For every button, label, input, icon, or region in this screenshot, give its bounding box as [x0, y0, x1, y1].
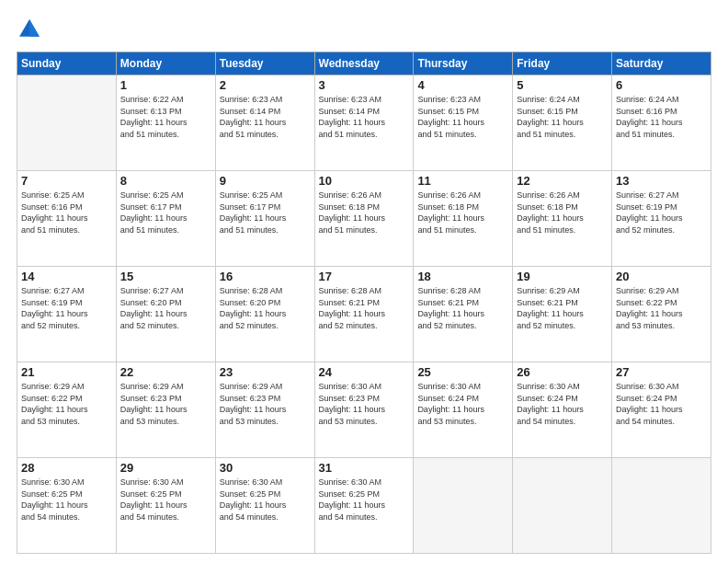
day-number: 9	[220, 174, 311, 188]
day-number: 4	[417, 78, 508, 92]
day-number: 22	[120, 365, 211, 379]
day-number: 27	[616, 365, 707, 379]
day-info: Sunrise: 6:25 AM Sunset: 6:17 PM Dayligh…	[120, 190, 211, 236]
day-number: 26	[517, 365, 608, 379]
calendar-cell: 20Sunrise: 6:29 AM Sunset: 6:22 PM Dayli…	[612, 267, 711, 362]
day-info: Sunrise: 6:29 AM Sunset: 6:23 PM Dayligh…	[120, 381, 211, 427]
calendar-cell: 31Sunrise: 6:30 AM Sunset: 6:25 PM Dayli…	[314, 458, 414, 554]
day-header-tuesday: Tuesday	[215, 52, 314, 75]
calendar-cell: 9Sunrise: 6:25 AM Sunset: 6:17 PM Daylig…	[215, 171, 314, 267]
calendar-cell: 6Sunrise: 6:24 AM Sunset: 6:16 PM Daylig…	[612, 75, 711, 171]
page: SundayMondayTuesdayWednesdayThursdayFrid…	[0, 0, 728, 563]
day-number: 1	[120, 78, 211, 92]
calendar-cell: 8Sunrise: 6:25 AM Sunset: 6:17 PM Daylig…	[116, 171, 215, 267]
calendar-cell	[17, 75, 117, 171]
calendar-cell: 1Sunrise: 6:22 AM Sunset: 6:13 PM Daylig…	[116, 75, 215, 171]
calendar-cell: 2Sunrise: 6:23 AM Sunset: 6:14 PM Daylig…	[215, 75, 314, 171]
day-number: 11	[417, 174, 508, 188]
header-row: SundayMondayTuesdayWednesdayThursdayFrid…	[17, 52, 711, 75]
day-header-monday: Monday	[116, 52, 215, 75]
day-number: 30	[220, 461, 311, 475]
day-number: 6	[616, 78, 707, 92]
day-info: Sunrise: 6:26 AM Sunset: 6:18 PM Dayligh…	[517, 190, 608, 236]
day-header-sunday: Sunday	[17, 52, 117, 75]
week-row-3: 14Sunrise: 6:27 AM Sunset: 6:19 PM Dayli…	[17, 267, 711, 362]
day-info: Sunrise: 6:28 AM Sunset: 6:21 PM Dayligh…	[417, 285, 508, 331]
day-number: 14	[21, 270, 112, 283]
calendar-cell: 30Sunrise: 6:30 AM Sunset: 6:25 PM Dayli…	[215, 458, 314, 554]
day-info: Sunrise: 6:25 AM Sunset: 6:17 PM Dayligh…	[220, 190, 311, 236]
calendar-cell: 16Sunrise: 6:28 AM Sunset: 6:20 PM Dayli…	[215, 267, 314, 362]
calendar-cell: 11Sunrise: 6:26 AM Sunset: 6:18 PM Dayli…	[414, 171, 513, 267]
day-number: 17	[319, 270, 410, 283]
calendar-cell: 19Sunrise: 6:29 AM Sunset: 6:21 PM Dayli…	[513, 267, 612, 362]
day-number: 2	[220, 78, 311, 92]
day-info: Sunrise: 6:30 AM Sunset: 6:24 PM Dayligh…	[417, 381, 508, 427]
week-row-4: 21Sunrise: 6:29 AM Sunset: 6:22 PM Dayli…	[17, 362, 711, 458]
header	[17, 17, 711, 42]
day-number: 8	[120, 174, 211, 188]
day-header-friday: Friday	[513, 52, 612, 75]
calendar-cell: 21Sunrise: 6:29 AM Sunset: 6:22 PM Dayli…	[17, 362, 117, 458]
logo-icon	[17, 17, 42, 42]
calendar-cell: 12Sunrise: 6:26 AM Sunset: 6:18 PM Dayli…	[513, 171, 612, 267]
calendar-cell: 27Sunrise: 6:30 AM Sunset: 6:24 PM Dayli…	[612, 362, 711, 458]
day-info: Sunrise: 6:22 AM Sunset: 6:13 PM Dayligh…	[120, 94, 211, 140]
day-info: Sunrise: 6:27 AM Sunset: 6:20 PM Dayligh…	[120, 285, 211, 331]
day-info: Sunrise: 6:30 AM Sunset: 6:25 PM Dayligh…	[120, 477, 211, 523]
day-number: 25	[417, 365, 508, 379]
calendar-cell: 7Sunrise: 6:25 AM Sunset: 6:16 PM Daylig…	[17, 171, 117, 267]
calendar-cell: 29Sunrise: 6:30 AM Sunset: 6:25 PM Dayli…	[116, 458, 215, 554]
calendar-cell: 17Sunrise: 6:28 AM Sunset: 6:21 PM Dayli…	[314, 267, 414, 362]
day-info: Sunrise: 6:30 AM Sunset: 6:24 PM Dayligh…	[616, 381, 707, 427]
week-row-1: 1Sunrise: 6:22 AM Sunset: 6:13 PM Daylig…	[17, 75, 711, 171]
day-info: Sunrise: 6:29 AM Sunset: 6:22 PM Dayligh…	[616, 285, 707, 331]
week-row-2: 7Sunrise: 6:25 AM Sunset: 6:16 PM Daylig…	[17, 171, 711, 267]
day-header-saturday: Saturday	[612, 52, 711, 75]
day-info: Sunrise: 6:23 AM Sunset: 6:14 PM Dayligh…	[319, 94, 410, 140]
day-info: Sunrise: 6:27 AM Sunset: 6:19 PM Dayligh…	[21, 285, 112, 331]
calendar-cell: 24Sunrise: 6:30 AM Sunset: 6:23 PM Dayli…	[314, 362, 414, 458]
calendar-cell: 18Sunrise: 6:28 AM Sunset: 6:21 PM Dayli…	[414, 267, 513, 362]
day-number: 23	[220, 365, 311, 379]
day-info: Sunrise: 6:29 AM Sunset: 6:23 PM Dayligh…	[220, 381, 311, 427]
day-info: Sunrise: 6:24 AM Sunset: 6:16 PM Dayligh…	[616, 94, 707, 140]
day-info: Sunrise: 6:29 AM Sunset: 6:22 PM Dayligh…	[21, 381, 112, 427]
day-number: 10	[319, 174, 410, 188]
day-info: Sunrise: 6:28 AM Sunset: 6:20 PM Dayligh…	[220, 285, 311, 331]
day-header-wednesday: Wednesday	[314, 52, 414, 75]
day-number: 18	[417, 270, 508, 283]
day-number: 12	[517, 174, 608, 188]
calendar-cell	[513, 458, 612, 554]
calendar-cell	[414, 458, 513, 554]
calendar-cell: 25Sunrise: 6:30 AM Sunset: 6:24 PM Dayli…	[414, 362, 513, 458]
calendar-cell: 13Sunrise: 6:27 AM Sunset: 6:19 PM Dayli…	[612, 171, 711, 267]
day-number: 31	[319, 461, 410, 475]
calendar-cell	[612, 458, 711, 554]
day-number: 28	[21, 461, 112, 475]
calendar-cell: 15Sunrise: 6:27 AM Sunset: 6:20 PM Dayli…	[116, 267, 215, 362]
day-info: Sunrise: 6:30 AM Sunset: 6:25 PM Dayligh…	[220, 477, 311, 523]
day-info: Sunrise: 6:30 AM Sunset: 6:24 PM Dayligh…	[517, 381, 608, 427]
logo	[17, 17, 46, 42]
calendar-cell: 28Sunrise: 6:30 AM Sunset: 6:25 PM Dayli…	[17, 458, 117, 554]
day-number: 15	[120, 270, 211, 283]
day-number: 29	[120, 461, 211, 475]
day-number: 5	[517, 78, 608, 92]
day-number: 7	[21, 174, 112, 188]
day-number: 21	[21, 365, 112, 379]
day-info: Sunrise: 6:29 AM Sunset: 6:21 PM Dayligh…	[517, 285, 608, 331]
day-info: Sunrise: 6:23 AM Sunset: 6:14 PM Dayligh…	[220, 94, 311, 140]
calendar-cell: 26Sunrise: 6:30 AM Sunset: 6:24 PM Dayli…	[513, 362, 612, 458]
day-info: Sunrise: 6:30 AM Sunset: 6:25 PM Dayligh…	[319, 477, 410, 523]
calendar-cell: 5Sunrise: 6:24 AM Sunset: 6:15 PM Daylig…	[513, 75, 612, 171]
day-info: Sunrise: 6:30 AM Sunset: 6:23 PM Dayligh…	[319, 381, 410, 427]
day-info: Sunrise: 6:30 AM Sunset: 6:25 PM Dayligh…	[21, 477, 112, 523]
calendar-cell: 4Sunrise: 6:23 AM Sunset: 6:15 PM Daylig…	[414, 75, 513, 171]
calendar-cell: 23Sunrise: 6:29 AM Sunset: 6:23 PM Dayli…	[215, 362, 314, 458]
day-info: Sunrise: 6:27 AM Sunset: 6:19 PM Dayligh…	[616, 190, 707, 236]
day-number: 13	[616, 174, 707, 188]
day-info: Sunrise: 6:28 AM Sunset: 6:21 PM Dayligh…	[319, 285, 410, 331]
day-number: 24	[319, 365, 410, 379]
week-row-5: 28Sunrise: 6:30 AM Sunset: 6:25 PM Dayli…	[17, 458, 711, 554]
